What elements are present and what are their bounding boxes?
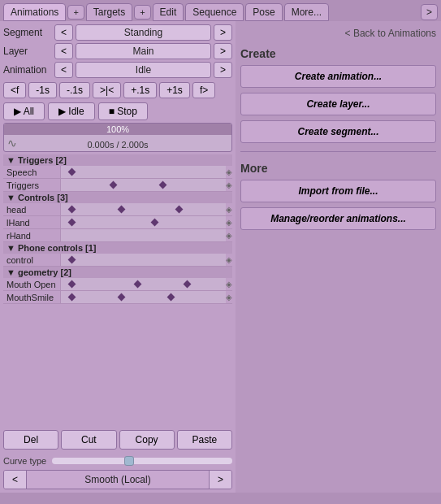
track-keyframe-diamond[interactable] [158,181,166,189]
track-name: head [3,205,60,215]
btn-plus-1s[interactable]: +1s [159,82,190,98]
curve-row: Curve type [3,454,232,467]
btn-next-frame[interactable]: f> [192,82,215,98]
tab-more[interactable]: More... [284,3,329,21]
tab-animations[interactable]: Animations [3,3,66,21]
track-lane[interactable] [60,278,226,290]
bottom-bar: Del Cut Copy Paste [3,428,232,452]
track-keyframe-diamond[interactable] [134,280,142,289]
track-keyframe-diamond[interactable] [150,219,158,227]
track-end: ◈ [226,205,232,214]
curve-type-selector: < Smooth (Local) > [3,470,232,489]
tab-sequence[interactable]: Sequence [185,3,244,21]
track-name: rHand [3,231,60,241]
timeline-area[interactable]: 100% ∿ 0.000s / 2.000s [3,123,232,152]
timeline-time: 0.000s / 2.000s [4,140,231,150]
track-end: ◈ [226,293,232,302]
divider [240,151,436,152]
track-keyframe-diamond[interactable] [118,206,126,214]
paste-btn[interactable]: Paste [177,430,232,450]
create-animation-prefix: Create [295,71,328,82]
track-row: lHand◈ [3,216,232,229]
timeline-progress: 100% [4,124,231,135]
curve-type-value: Smooth (Local) [27,471,209,489]
layer-label: Layer [3,46,52,57]
curve-slider-thumb[interactable] [124,456,134,466]
track-end: ◈ [226,180,232,189]
track-keyframe-diamond[interactable] [166,293,175,302]
track-lane[interactable] [60,179,226,191]
track-lane[interactable] [60,166,226,178]
btn-prev-frame[interactable]: <f [3,82,26,98]
track-end: ◈ [226,218,232,227]
tab-targets[interactable]: Targets [86,3,132,21]
animation-row: Animation < Idle > [3,62,232,78]
track-name: Triggers [3,180,60,190]
layer-prev-btn[interactable]: < [54,43,73,59]
track-section-header[interactable]: ▼ Triggers [2] [3,154,232,166]
cut-btn[interactable]: Cut [61,430,116,450]
play-all-btn[interactable]: ▶ All [3,102,45,120]
track-name: Mouth Open [3,280,60,289]
copy-btn[interactable]: Copy [119,430,175,450]
manage-btn[interactable]: Manage/reorder animations... [240,207,436,230]
track-keyframe-diamond[interactable] [184,280,192,289]
track-keyframe-diamond[interactable] [109,181,117,189]
track-keyframe-diamond[interactable] [175,206,184,214]
track-lane[interactable] [60,229,226,241]
btn-minus-1s[interactable]: -1s [28,82,57,98]
track-row: head◈ [3,203,232,216]
tab-plus-2[interactable]: + [134,5,150,20]
track-row: MouthSmile◈ [3,291,232,304]
curve-prev-btn[interactable]: < [4,471,27,489]
track-list: ▼ Triggers [2]Speech◈Triggers◈▼ Controls… [3,154,232,425]
track-name: control [3,255,60,265]
track-name: MouthSmile [3,293,60,302]
del-btn[interactable]: Del [3,430,58,450]
animation-value: Idle [76,62,211,78]
track-lane[interactable] [60,203,226,215]
btn-goto-start[interactable]: >|< [93,82,121,98]
create-segment-btn[interactable]: Create segment... [240,120,436,143]
track-keyframe-diamond[interactable] [68,168,76,176]
create-animation-btn[interactable]: Create animation... [240,65,436,88]
import-btn[interactable]: Import from file... [240,180,436,202]
segment-next-btn[interactable]: > [214,24,232,41]
track-row: Triggers◈ [3,179,232,192]
btn-plus-01s[interactable]: +.1s [123,82,157,98]
play-idle-btn[interactable]: ▶ Idle [48,102,95,120]
track-keyframe-diamond[interactable] [118,293,126,302]
track-row: control◈ [3,254,232,267]
track-section-header[interactable]: ▼ Controls [3] [3,192,232,203]
tab-edit[interactable]: Edit [153,3,184,21]
animation-next-btn[interactable]: > [214,62,232,78]
track-lane[interactable] [60,254,226,266]
track-section-header[interactable]: ▼ geometry [2] [3,267,232,278]
layer-next-btn[interactable]: > [214,43,232,59]
track-keyframe-diamond[interactable] [68,206,76,214]
track-lane[interactable] [60,291,226,303]
curve-next-btn[interactable]: > [209,471,231,489]
create-animation-word: animation [328,71,374,82]
track-keyframe-diamond[interactable] [68,293,76,302]
top-tab-bar: Animations + Targets + Edit Sequence Pos… [0,0,441,21]
playback-row: ▶ All ▶ Idle ■ Stop [3,102,232,120]
tab-pose[interactable]: Pose [245,3,282,21]
track-keyframe-diamond[interactable] [68,256,76,264]
more-section-title: More [240,159,436,176]
animation-prev-btn[interactable]: < [54,62,73,78]
btn-minus-01s[interactable]: -.1s [59,82,90,98]
tab-arrow[interactable]: > [421,4,438,20]
track-keyframe-diamond[interactable] [68,280,76,289]
tab-plus-1[interactable]: + [67,5,84,20]
track-keyframe-diamond[interactable] [68,219,76,227]
track-lane[interactable] [60,216,226,228]
curve-slider[interactable] [52,458,232,464]
track-section-header[interactable]: ▼ Phone controls [1] [3,242,232,254]
back-link[interactable]: < Back to Animations [240,26,436,41]
create-layer-btn[interactable]: Create layer... [240,93,436,115]
segment-value: Standing [76,24,211,41]
stop-btn[interactable]: ■ Stop [98,102,148,120]
segment-prev-btn[interactable]: < [54,24,73,41]
curve-type-label: Curve type [3,456,46,466]
